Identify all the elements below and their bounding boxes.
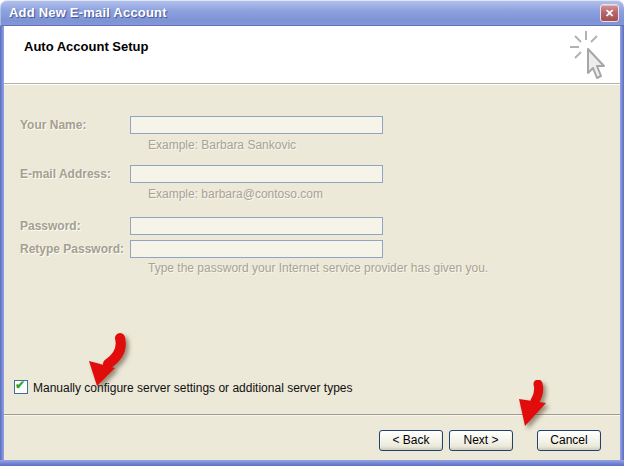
window-border-right: [620, 26, 624, 466]
your-name-example: Example: Barbara Sankovic: [148, 138, 296, 152]
email-example: Example: barbara@contoso.com: [148, 187, 323, 201]
titlebar[interactable]: Add New E-mail Account ✕: [0, 0, 624, 26]
next-button[interactable]: Next >: [449, 430, 513, 451]
close-icon: ✕: [605, 7, 614, 19]
your-name-input[interactable]: [130, 116, 383, 134]
password-helper-text: Type the password your Internet service …: [148, 261, 488, 275]
window-title: Add New E-mail Account: [9, 5, 167, 20]
close-button[interactable]: ✕: [600, 4, 619, 22]
manual-configure-label[interactable]: Manually configure server settings or ad…: [33, 381, 353, 395]
retype-password-label: Retype Password:: [20, 242, 124, 256]
window-border-bottom: [0, 460, 624, 466]
email-input[interactable]: [130, 165, 383, 183]
add-email-account-dialog: Add New E-mail Account ✕ Auto Account Se…: [0, 0, 624, 466]
manual-configure-checkbox[interactable]: ✔: [14, 380, 28, 394]
your-name-label: Your Name:: [20, 118, 86, 132]
page-title: Auto Account Setup: [24, 39, 148, 54]
email-label: E-mail Address:: [20, 167, 111, 181]
retype-password-input[interactable]: [130, 240, 383, 258]
window-border-left: [0, 26, 4, 466]
password-input[interactable]: [130, 217, 383, 235]
cancel-button[interactable]: Cancel: [537, 430, 601, 451]
back-button[interactable]: < Back: [379, 430, 443, 451]
check-icon: ✔: [15, 378, 25, 392]
password-label: Password:: [20, 219, 81, 233]
wizard-header: Auto Account Setup: [4, 26, 620, 84]
button-divider: [4, 414, 620, 416]
cursor-sparkle-icon: [566, 29, 612, 85]
